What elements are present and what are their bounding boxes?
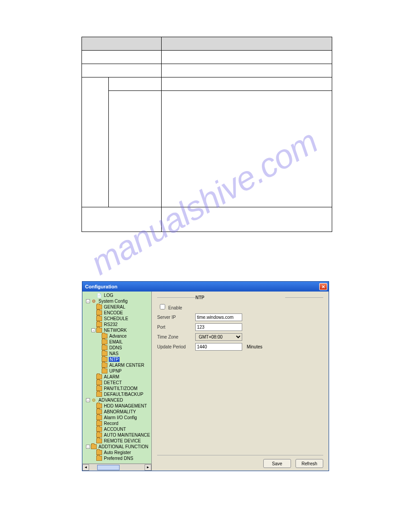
tree-item-hdd-management[interactable]: HDD MANAGEMENT (83, 403, 151, 409)
tree-item-detect[interactable]: DETECT (83, 380, 151, 386)
enable-label: Enable (168, 305, 182, 310)
refresh-button[interactable]: Refresh (295, 459, 323, 468)
tree-item-rs232[interactable]: RS232 (83, 322, 151, 327)
tree-item-label: SCHEDULE (103, 316, 128, 321)
folder-icon (96, 328, 102, 333)
tree-toggle-icon[interactable]: - (86, 445, 90, 449)
config-tree[interactable]: 📄LOG-⚙System ConfigGENERALENCODESCHEDULE… (82, 292, 151, 463)
tree-item-general[interactable]: GENERAL (83, 304, 151, 310)
tree-item-schedule[interactable]: SCHEDULE (83, 316, 151, 322)
tree-item-label: NAS (109, 351, 119, 356)
tree-toggle-icon[interactable]: - (86, 398, 90, 402)
tree-toggle-icon[interactable]: - (91, 328, 95, 332)
tree-item-alarm-center[interactable]: ALARM CENTER (83, 362, 151, 368)
tree-item-auto-register[interactable]: Auto Register (83, 450, 151, 455)
tree-item-addtional-function[interactable]: -ADDTIONAL FUNCTION (83, 444, 151, 450)
tree-item-label: ABNORMALITY (103, 409, 137, 414)
scroll-left-icon[interactable]: ◄ (82, 464, 89, 471)
tree-item-ntp[interactable]: NTP (83, 356, 151, 362)
tree-item-default-backup[interactable]: DEFAULT/BACKUP (83, 391, 151, 397)
tree-item-upnp[interactable]: UPNP (83, 368, 151, 374)
folder-icon (96, 415, 102, 420)
config-icon: ⚙ (91, 298, 97, 304)
update-period-input[interactable] (195, 343, 242, 351)
tree-scrollbar[interactable]: ◄ ► (82, 463, 151, 471)
tree-item-label: Auto Register (103, 450, 132, 455)
folder-icon (96, 450, 102, 455)
tree-item-nas[interactable]: NAS (83, 351, 151, 356)
tree-toggle-icon[interactable]: - (86, 299, 90, 303)
update-period-suffix: Minutes (247, 344, 262, 349)
tree-item-account[interactable]: ACCOUNT (83, 426, 151, 432)
tree-item-label: ALARM (103, 374, 120, 379)
folder-icon (102, 345, 107, 350)
tree-item-label: ACCOUNT (103, 427, 126, 432)
enable-row: Enable (157, 304, 195, 310)
tree-item-label: System Config (98, 299, 128, 304)
tree-item-label: ADVANCED (98, 398, 124, 403)
tree-item-label: LOG (103, 293, 114, 298)
folder-icon (96, 322, 102, 327)
tree-item-alarm[interactable]: ALARM (83, 374, 151, 380)
tree-item-record[interactable]: Record (83, 420, 151, 426)
tree-item-label: PAN/TILT/ZOOM (103, 386, 138, 391)
folder-icon (96, 403, 102, 408)
close-button[interactable]: ✕ (319, 283, 327, 290)
time-zone-select[interactable]: GMT+08:00 (195, 333, 242, 341)
folder-icon (96, 438, 102, 443)
folder-icon (96, 386, 102, 391)
folder-icon (96, 310, 102, 315)
group-title: NTP (196, 295, 285, 300)
scroll-thumb[interactable] (97, 465, 120, 470)
time-zone-label: Time Zone (157, 335, 195, 339)
tree-item-advanced[interactable]: -⚙ADVANCED (83, 397, 151, 403)
tree-item-preferred-dns[interactable]: Preferred DNS (83, 455, 151, 461)
tree-item-label: DETECT (103, 380, 122, 385)
tree-item-label: NTP (109, 357, 120, 362)
tree-item-ddns[interactable]: DDNS (83, 345, 151, 351)
tree-item-label: DEFAULT/BACKUP (103, 392, 144, 397)
folder-icon (96, 392, 102, 397)
folder-icon (96, 305, 102, 309)
tree-item-abnormality[interactable]: ABNORMALITY (83, 409, 151, 415)
save-button[interactable]: Save (263, 459, 291, 468)
tree-item-label: DDNS (109, 345, 122, 350)
folder-icon (96, 409, 102, 414)
server-ip-input[interactable] (195, 313, 242, 321)
tree-item-log[interactable]: 📄LOG (83, 292, 151, 298)
folder-icon (96, 316, 102, 321)
form-spacer (157, 354, 323, 455)
tree-item-pan-tilt-zoom[interactable]: PAN/TILT/ZOOM (83, 386, 151, 391)
tree-item-label: Preferred DNS (103, 456, 134, 461)
tree-item-label: ADDTIONAL FUNCTION (98, 444, 149, 449)
tree-item-encode[interactable]: ENCODE (83, 310, 151, 316)
tree-item-email[interactable]: EMAIL (83, 339, 151, 345)
tree-item-label: NETWORK (103, 328, 127, 333)
tree-item-label: ENCODE (103, 310, 124, 315)
doc-table (81, 37, 332, 232)
port-input[interactable] (195, 323, 242, 331)
folder-icon (96, 374, 102, 379)
folder-icon (96, 433, 102, 438)
button-row: Save Refresh (157, 455, 323, 468)
tree-item-auto-maintenance[interactable]: AUTO MAINTENANCE (83, 432, 151, 438)
scroll-right-icon[interactable]: ► (145, 464, 151, 471)
ntp-form-panel: NTP Enable Server IP Port Time Zone (152, 292, 329, 471)
tree-item-network[interactable]: -NETWORK (83, 327, 151, 333)
tree-item-alarm-i-o-config[interactable]: Alarm I/O Config (83, 415, 151, 420)
tree-item-advance[interactable]: Advance (83, 333, 151, 339)
folder-icon (102, 357, 107, 362)
enable-checkbox[interactable] (160, 304, 165, 309)
folder-icon (96, 421, 102, 426)
scroll-track[interactable] (89, 464, 145, 471)
tree-panel: 📄LOG-⚙System ConfigGENERALENCODESCHEDULE… (82, 292, 152, 471)
tree-item-label: HDD MANAGEMENT (103, 403, 147, 408)
tree-item-label: Record (103, 421, 119, 426)
tree-item-label: Alarm I/O Config (103, 415, 137, 420)
tree-item-system-config[interactable]: -⚙System Config (83, 298, 151, 304)
tree-item-label: RS232 (103, 322, 118, 327)
window-titlebar[interactable]: Configuration ✕ (82, 282, 329, 292)
server-ip-label: Server IP (157, 315, 195, 320)
update-period-label: Update Period (157, 344, 195, 349)
advanced-icon: ⚙ (91, 397, 97, 403)
